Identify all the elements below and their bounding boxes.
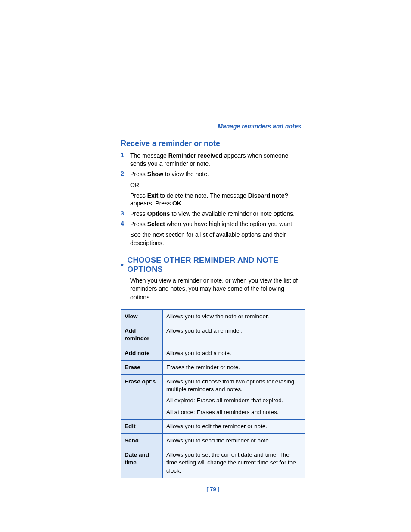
page-number: [ 79 ] (121, 486, 305, 492)
option-label: View (121, 309, 163, 324)
option-label: Date and time (121, 448, 163, 478)
step-number: 4 (121, 220, 130, 227)
option-label: Add reminder (121, 324, 163, 346)
step-text: Press Select when you have highlighted t… (130, 220, 305, 247)
section-title-choose-options: • CHOOSE OTHER REMINDER AND NOTE OPTIONS (121, 256, 305, 274)
steps-list: 1The message Reminder received appears w… (121, 152, 305, 247)
step-item: 4Press Select when you have highlighted … (121, 220, 305, 247)
section-title-receive: Receive a reminder or note (121, 139, 305, 148)
option-label: Add note (121, 346, 163, 360)
step-number: 1 (121, 152, 130, 159)
step-subtext: Press Exit to delete the note. The messa… (130, 192, 305, 208)
step-text: Press Show to view the note.ORPress Exit… (130, 170, 305, 208)
step-text: Press Options to view the available remi… (130, 210, 305, 218)
step-subtext: OR (130, 181, 305, 189)
intro-paragraph: When you view a reminder or note, or whe… (130, 277, 305, 302)
table-row: EditAllows you to edit the reminder or n… (121, 419, 305, 433)
table-row: EraseErases the reminder or note. (121, 360, 305, 374)
option-description: Allows you to add a reminder. (163, 324, 305, 346)
bullet-icon: • (121, 261, 124, 269)
step-number: 2 (121, 170, 130, 177)
major-title-text: CHOOSE OTHER REMINDER AND NOTE OPTIONS (127, 256, 305, 274)
option-description: Allows you to set the current date and t… (163, 448, 305, 478)
table-row: Erase opt'sAllows you to choose from two… (121, 374, 305, 419)
step-item: 1The message Reminder received appears w… (121, 152, 305, 168)
step-subtext: See the next section for a list of avail… (130, 231, 305, 247)
table-row: Add reminderAllows you to add a reminder… (121, 324, 305, 346)
step-text: The message Reminder received appears wh… (130, 152, 305, 168)
option-label: Edit (121, 419, 163, 433)
page-header: Manage reminders and notes (121, 123, 305, 130)
options-table: ViewAllows you to view the note or remin… (121, 309, 305, 478)
option-description: Allows you to edit the reminder or note. (163, 419, 305, 433)
step-item: 2Press Show to view the note.ORPress Exi… (121, 170, 305, 208)
option-description: Allows you to choose from two options fo… (163, 374, 305, 419)
table-row: Send Allows you to send the reminder or … (121, 434, 305, 448)
option-description: Allows you to send the reminder or note. (163, 434, 305, 448)
option-description: Allows you to view the note or reminder. (163, 309, 305, 324)
step-number: 3 (121, 210, 130, 217)
option-label: Erase (121, 360, 163, 374)
table-row: ViewAllows you to view the note or remin… (121, 309, 305, 324)
table-row: Add noteAllows you to add a note. (121, 346, 305, 360)
option-label: Send (121, 434, 163, 448)
option-description: Erases the reminder or note. (163, 360, 305, 374)
option-description: Allows you to add a note. (163, 346, 305, 360)
step-item: 3Press Options to view the available rem… (121, 210, 305, 218)
option-label: Erase opt's (121, 374, 163, 419)
table-row: Date and timeAllows you to set the curre… (121, 448, 305, 478)
